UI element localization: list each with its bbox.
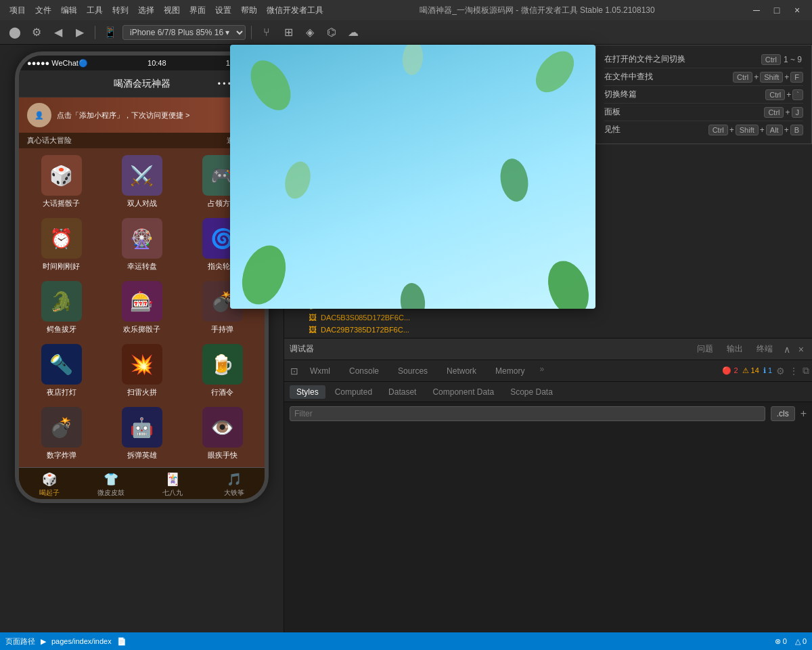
inspect-icon[interactable]: ⊡: [287, 364, 302, 378]
filter-input[interactable]: [290, 406, 765, 421]
tab-memory[interactable]: Memory: [489, 364, 531, 378]
menu-help[interactable]: 帮助: [237, 3, 261, 18]
game-item[interactable]: 💣 数字炸弹: [22, 403, 101, 464]
tab-sources[interactable]: Sources: [391, 364, 434, 378]
status-right: ⊗ 0 △ 0: [775, 637, 807, 646]
menu-select[interactable]: 选择: [134, 3, 158, 18]
game-item[interactable]: 👁️ 眼疾手快: [183, 403, 262, 464]
menu-project[interactable]: 项目: [5, 3, 30, 18]
phone-tab-label: 喝起子: [39, 488, 60, 498]
toolbar-back[interactable]: ⬤: [5, 23, 24, 42]
phone-game-grid: 🎲 大话摇骰子 ⚔️ 双人对战 🎮 占领方块 ⏰ 时间刚刚好 🎡 幸运转盘 🌀 …: [19, 148, 265, 467]
game-item[interactable]: ⏰ 时间刚刚好: [22, 214, 101, 276]
add-style-button[interactable]: +: [800, 408, 807, 420]
phone-tab-icon: 🎲: [42, 472, 57, 487]
game-icon: ⏰: [41, 218, 82, 259]
maximize-button[interactable]: □: [767, 3, 786, 17]
debug-settings-icon[interactable]: ⚙: [776, 366, 785, 376]
device-selector[interactable]: iPhone 6/7/8 Plus 85% 16 ▾: [122, 25, 246, 40]
tab-wxml[interactable]: Wxml: [303, 364, 337, 378]
debug-tab-problems[interactable]: 问题: [692, 342, 719, 356]
game-item[interactable]: 🎡 幸运转盘: [102, 214, 181, 276]
game-name: 数字炸弹: [47, 450, 76, 460]
status-warnings: △ 0: [795, 637, 807, 646]
game-item[interactable]: 🍺 行酒令: [183, 340, 262, 402]
debug-tab-terminal[interactable]: 终端: [751, 342, 778, 356]
window-title: 喝酒神器_一淘模板源码网 - 微信开发者工具 Stable 1.05.21081…: [333, 5, 742, 16]
debug-controls: 问题 输出 终端 ∧ ×: [692, 342, 807, 356]
status-path-label: 页面路径: [5, 636, 35, 647]
phone-tabbar: 🎲 喝起子 👕 微皮皮鼓 🃏 七八九 🎵 大铁筝: [19, 467, 265, 501]
game-name: 拆弹英雄: [127, 450, 157, 460]
game-name: 幸运转盘: [127, 261, 157, 272]
toolbar-compile[interactable]: ⚙: [27, 23, 46, 42]
game-icon: 💥: [122, 344, 162, 385]
toolbar-git[interactable]: ⑂: [257, 23, 276, 42]
style-tab-computed[interactable]: Computed: [328, 385, 379, 399]
style-tab-styles[interactable]: Styles: [290, 385, 325, 399]
toolbar-more1[interactable]: ◈: [300, 23, 319, 42]
game-icon: 🔦: [41, 344, 82, 385]
debug-collapse[interactable]: ∧: [781, 343, 793, 356]
game-item[interactable]: 🎰 欢乐掷骰子: [102, 277, 181, 339]
warn-badge: ⚠ 14: [742, 366, 759, 375]
more-tabs-button[interactable]: »: [539, 364, 544, 378]
game-item[interactable]: ⚔️ 双人对战: [102, 151, 181, 213]
game-item[interactable]: 🔦 夜店打灯: [22, 340, 101, 402]
toolbar-preview[interactable]: ◀: [49, 23, 68, 42]
close-button[interactable]: ×: [788, 3, 807, 17]
game-item[interactable]: 🐊 鳄鱼拔牙: [22, 277, 101, 339]
phone-tab-item[interactable]: 🎲 喝起子: [19, 468, 81, 501]
toolbar-layout[interactable]: ⊞: [279, 23, 298, 42]
menu-view[interactable]: 视图: [160, 3, 184, 18]
tab-console[interactable]: Console: [342, 364, 386, 378]
toolbar-phone-icon[interactable]: 📱: [101, 23, 120, 42]
minimize-button[interactable]: ─: [747, 3, 766, 17]
fm-file-item[interactable]: 🖼DAC29B7385D172BF6C...: [295, 324, 812, 336]
menu-file[interactable]: 文件: [31, 3, 55, 18]
menu-bar[interactable]: 项目 文件 编辑 工具 转到 选择 视图 界面 设置 帮助 微信开发者工具: [5, 3, 328, 18]
menu-tool[interactable]: 工具: [83, 3, 107, 18]
debug-tab-output[interactable]: 输出: [721, 342, 748, 356]
phone-tab-item[interactable]: 🃏 七八九: [142, 468, 204, 501]
debug-more-icon[interactable]: ⋮: [789, 366, 798, 376]
game-name: 眼疾手快: [208, 450, 238, 460]
phone-tab-label: 大铁筝: [224, 488, 244, 498]
svg-point-6: [401, 45, 424, 76]
phone-nav-bar: 喝酒会玩神器 • • • 📷: [19, 70, 265, 98]
style-tab-dataset[interactable]: Dataset: [382, 385, 423, 399]
svg-point-4: [281, 158, 314, 201]
menu-interface[interactable]: 界面: [185, 3, 210, 18]
toolbar-sep1: [95, 26, 95, 39]
toolbar-upload[interactable]: ▶: [70, 23, 89, 42]
banner-text: 点击「添加小程序」，下次访问更便捷 >: [57, 110, 189, 121]
game-icon: 🎰: [122, 281, 162, 322]
game-icon: 👁️: [202, 407, 243, 448]
toolbar-cloud[interactable]: ☁: [344, 23, 363, 42]
style-tab-scope-data[interactable]: Scope Data: [503, 385, 560, 399]
phone-tab-item[interactable]: 🎵 大铁筝: [203, 468, 265, 501]
debug-detach-icon[interactable]: ⧉: [803, 365, 809, 376]
file-icon: 🖼: [309, 325, 317, 334]
menu-edit[interactable]: 编辑: [57, 3, 81, 18]
menu-goto[interactable]: 转到: [108, 3, 133, 18]
style-tab-component-data[interactable]: Component Data: [426, 385, 501, 399]
fm-file-item[interactable]: 🖼DAC5B3S085D172BF6C...: [295, 311, 812, 324]
phone-banner: 👤 点击「添加小程序」，下次访问更便捷 >: [19, 98, 265, 133]
debug-close[interactable]: ×: [796, 343, 807, 356]
phone-tab-item[interactable]: 👕 微皮皮鼓: [81, 468, 142, 501]
shortcut-row: 切换终篇 Ctrl+ `: [604, 86, 803, 104]
status-page-path: pages/index/index: [51, 637, 112, 645]
tab-network[interactable]: Network: [440, 364, 483, 378]
game-item[interactable]: 🤖 拆弹英雄: [102, 403, 181, 464]
menu-settings[interactable]: 设置: [211, 3, 235, 18]
subtitle-left: 真心话大冒险: [27, 135, 72, 146]
cls-button[interactable]: .cls: [771, 406, 795, 421]
toolbar-more2[interactable]: ⌬: [322, 23, 341, 42]
title-bar: 项目 文件 编辑 工具 转到 选择 视图 界面 设置 帮助 微信开发者工具 喝酒…: [0, 0, 812, 20]
game-item[interactable]: 💥 扫雷火拼: [102, 340, 181, 402]
game-name: 时间刚刚好: [43, 261, 80, 272]
game-item[interactable]: 🎲 大话摇骰子: [22, 151, 101, 213]
menu-devtools[interactable]: 微信开发者工具: [263, 3, 328, 18]
svg-point-3: [541, 255, 595, 309]
